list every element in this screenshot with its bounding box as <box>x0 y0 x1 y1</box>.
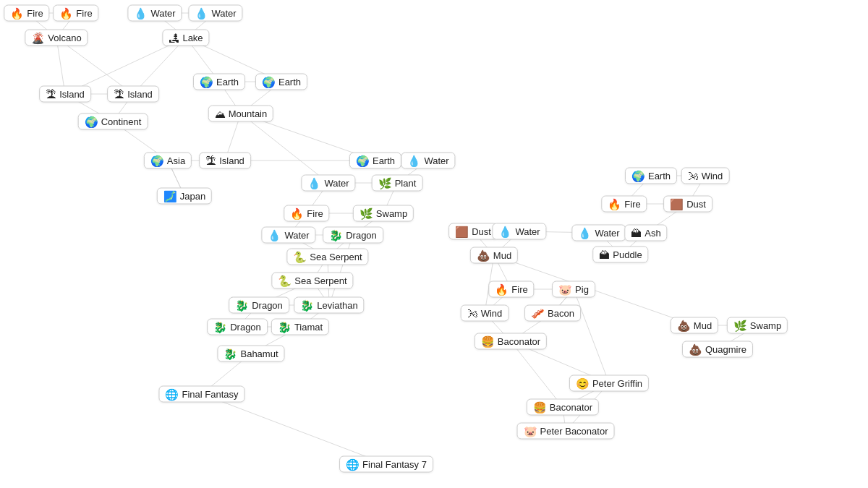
node-icon-final_fantasy7: 🌐 <box>346 459 359 470</box>
node-ash[interactable]: 🏔Ash <box>624 225 667 241</box>
node-island3[interactable]: 🏝Island <box>199 153 251 169</box>
node-sea_serpent2[interactable]: 🐍Sea Serpent <box>271 273 353 289</box>
node-label-continent: Continent <box>101 116 142 127</box>
node-label-earth4: Earth <box>648 171 671 181</box>
node-water7[interactable]: 💧Water <box>571 225 626 241</box>
node-label-fire4: Fire <box>624 199 640 210</box>
node-bahamut[interactable]: 🐉Bahamut <box>217 346 284 362</box>
node-icon-island1: 🏝 <box>46 89 56 100</box>
node-tiamat[interactable]: 🐉Tiamat <box>271 319 329 335</box>
node-earth1[interactable]: 🌍Earth <box>193 74 245 90</box>
node-earth2[interactable]: 🌍Earth <box>255 74 307 90</box>
svg-line-55 <box>574 289 609 383</box>
node-dust1[interactable]: 🟫Dust <box>448 223 498 240</box>
node-icon-pig: 🐷 <box>558 284 572 295</box>
node-earth4[interactable]: 🌍Earth <box>625 168 677 184</box>
node-pig[interactable]: 🐷Pig <box>552 281 595 298</box>
node-dragon1[interactable]: 🐉Dragon <box>323 227 383 244</box>
node-wind2[interactable]: 🌬Wind <box>461 305 509 322</box>
node-peter_griffin[interactable]: 😊Peter Griffin <box>569 375 649 392</box>
node-mountain[interactable]: ⛰Mountain <box>208 106 273 122</box>
node-island1[interactable]: 🏝Island <box>39 86 91 103</box>
node-label-plant: Plant <box>395 178 417 189</box>
node-icon-mud2: 💩 <box>677 320 691 331</box>
node-fire1[interactable]: 🔥Fire <box>4 5 49 22</box>
node-label-tiamat: Tiamat <box>294 322 323 333</box>
node-mud2[interactable]: 💩Mud <box>671 317 718 334</box>
node-water6[interactable]: 💧Water <box>492 223 546 240</box>
node-label-ash: Ash <box>644 228 660 239</box>
node-icon-ash: 🏔 <box>631 228 642 239</box>
svg-line-64 <box>241 114 328 183</box>
node-baconator2[interactable]: 🍔Baconator <box>527 399 599 416</box>
node-icon-fire4: 🔥 <box>608 199 621 210</box>
node-plant[interactable]: 🌿Plant <box>372 175 423 192</box>
node-peter_bacon[interactable]: 🐷Peter Baconator <box>517 423 615 440</box>
node-japan[interactable]: 🗾Japan <box>157 188 212 205</box>
node-label-bacon: Bacon <box>548 308 574 319</box>
node-label-island2: Island <box>127 89 153 100</box>
node-baconator1[interactable]: 🍔Baconator <box>475 333 547 350</box>
node-water4[interactable]: 💧Water <box>301 175 355 192</box>
node-icon-japan: 🗾 <box>163 191 177 202</box>
node-puddle[interactable]: 🏔Puddle <box>592 247 648 263</box>
node-volcano[interactable]: 🌋Volcano <box>25 30 88 46</box>
node-dust2[interactable]: 🟫Dust <box>663 196 712 213</box>
node-label-wind1: Wind <box>702 171 723 181</box>
node-island2[interactable]: 🏝Island <box>107 86 159 103</box>
node-fire4[interactable]: 🔥Fire <box>601 196 647 213</box>
node-asia[interactable]: 🌍Asia <box>144 153 192 169</box>
node-label-earth3: Earth <box>373 155 395 166</box>
node-icon-lake: 🏞 <box>169 33 179 43</box>
node-fire5[interactable]: 🔥Fire <box>488 281 534 298</box>
node-label-dust1: Dust <box>472 226 491 237</box>
node-swamp2[interactable]: 🌿Swamp <box>727 317 788 334</box>
node-bacon[interactable]: 🥓Bacon <box>524 305 581 322</box>
node-final_fantasy7[interactable]: 🌐Final Fantasy 7 <box>339 456 433 473</box>
node-label-swamp2: Swamp <box>750 320 781 331</box>
node-water2[interactable]: 💧Water <box>188 5 242 22</box>
edges-layer <box>0 0 868 488</box>
node-water1[interactable]: 💧Water <box>127 5 182 22</box>
node-fire3[interactable]: 🔥Fire <box>284 205 329 222</box>
node-fire2[interactable]: 🔥Fire <box>53 5 98 22</box>
svg-line-47 <box>202 394 386 464</box>
node-icon-puddle: 🏔 <box>599 249 610 260</box>
node-final_fantasy1[interactable]: 🌐Final Fantasy <box>158 386 244 403</box>
node-quagmire[interactable]: 💩Quagmire <box>682 341 753 358</box>
node-continent[interactable]: 🌍Continent <box>78 114 148 130</box>
node-dragon3[interactable]: 🐉Dragon <box>207 319 268 335</box>
node-icon-water3: 💧 <box>407 155 421 166</box>
node-label-puddle: Puddle <box>613 249 642 260</box>
node-icon-dragon1: 🐉 <box>329 230 343 241</box>
node-water5[interactable]: 💧Water <box>261 227 315 244</box>
node-icon-leviathan: 🐉 <box>300 300 314 311</box>
node-label-asia: Asia <box>167 155 185 166</box>
node-swamp1[interactable]: 🌿Swamp <box>353 205 414 222</box>
node-label-water6: Water <box>515 226 540 237</box>
node-icon-dust2: 🟫 <box>670 199 684 210</box>
node-lake[interactable]: 🏞Lake <box>162 30 209 46</box>
node-leviathan[interactable]: 🐉Leviathan <box>294 297 364 314</box>
node-icon-wind2: 🌬 <box>467 308 478 319</box>
node-icon-dragon2: 🐉 <box>235 300 249 311</box>
node-wind1[interactable]: 🌬Wind <box>681 168 730 184</box>
node-icon-bacon: 🥓 <box>531 308 545 319</box>
node-icon-water5: 💧 <box>268 230 281 241</box>
node-earth3[interactable]: 🌍Earth <box>349 153 401 169</box>
node-icon-baconator1: 🍔 <box>481 336 495 347</box>
node-label-baconator1: Baconator <box>498 336 540 347</box>
node-icon-water2: 💧 <box>195 8 208 19</box>
node-dragon2[interactable]: 🐉Dragon <box>229 297 289 314</box>
node-label-water1: Water <box>150 8 175 19</box>
node-label-water3: Water <box>424 155 448 166</box>
node-sea_serpent1[interactable]: 🐍Sea Serpent <box>286 249 368 265</box>
node-icon-asia: 🌍 <box>150 155 164 166</box>
node-water3[interactable]: 💧Water <box>401 153 455 169</box>
node-icon-baconator2: 🍔 <box>533 402 547 413</box>
node-mud1[interactable]: 💩Mud <box>470 247 518 264</box>
node-label-fire3: Fire <box>307 208 323 219</box>
node-label-mud1: Mud <box>493 250 511 261</box>
node-label-fire1: Fire <box>27 8 43 19</box>
node-icon-earth2: 🌍 <box>262 77 276 87</box>
